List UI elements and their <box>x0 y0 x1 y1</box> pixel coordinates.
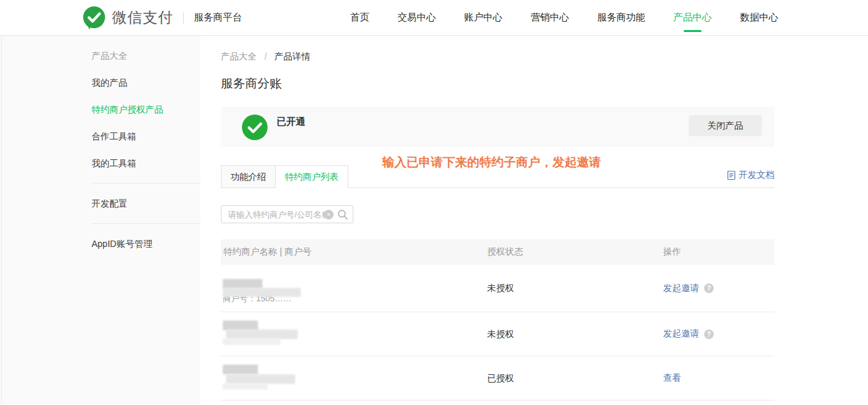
header-merchant-name: 特约商户名称 | 商户号 <box>221 246 487 258</box>
table-row: 未授权 发起邀请 ? <box>221 312 775 356</box>
sidebar-item-cooperation-toolbox[interactable]: 合作工具箱 <box>0 123 200 150</box>
nav-item-product-center[interactable]: 产品中心 <box>673 12 712 24</box>
submerchant-table: 特约商户名称 | 商户号 授权状态 操作 商户号：1505…… 未授权 发起邀请… <box>221 239 775 401</box>
auth-status: 未授权 <box>487 329 514 339</box>
header-operation: 操作 <box>663 246 775 258</box>
wechat-pay-logo-icon <box>82 6 106 30</box>
tab-zone: 输入已申请下来的特约子商户，发起邀请 功能介绍 特约商户列表 开发文档 <box>221 165 775 188</box>
check-circle-icon <box>242 115 268 140</box>
table-row: 商户号：1505…… 未授权 发起邀请 ? <box>221 265 775 312</box>
censored-name-block <box>226 374 295 384</box>
sidebar-item-product-catalog[interactable]: 产品大全 <box>0 42 200 69</box>
clear-search-icon[interactable]: × <box>324 210 334 219</box>
document-icon <box>727 170 735 180</box>
search-input[interactable] <box>221 206 329 223</box>
censored-name-block <box>223 383 268 390</box>
main-content: 产品大全 / 产品详情 服务商分账 已开通 关闭产品 输入已申请下来的特约子商户… <box>221 36 775 405</box>
censored-name-block <box>223 279 262 289</box>
sidebar-item-submerchant-authorized-products[interactable]: 特约商户授权产品 <box>0 96 200 123</box>
page-title: 服务商分账 <box>221 75 775 92</box>
view-link[interactable]: 查看 <box>663 372 681 384</box>
header-auth-status: 授权状态 <box>487 246 663 258</box>
breadcrumb-parent[interactable]: 产品大全 <box>221 51 257 61</box>
sidebar-divider <box>92 183 200 184</box>
dev-doc-link-label: 开发文档 <box>739 170 775 181</box>
censored-name-block <box>223 321 258 330</box>
search-icon[interactable] <box>337 209 348 220</box>
dev-doc-link[interactable]: 开发文档 <box>727 170 775 181</box>
table-header-row: 特约商户名称 | 商户号 授权状态 操作 <box>221 239 775 265</box>
platform-label: 服务商平台 <box>194 12 242 24</box>
nav-item-data-center[interactable]: 数据中心 <box>740 12 778 24</box>
merchant-name-cell: 商户号：1505…… <box>221 265 487 312</box>
send-invite-link[interactable]: 发起邀请 <box>663 328 699 340</box>
sidebar-item-my-toolbox[interactable]: 我的工具箱 <box>0 150 200 177</box>
sidebar-item-appid-management[interactable]: AppID账号管理 <box>0 230 200 257</box>
send-invite-link[interactable]: 发起邀请 <box>663 283 699 294</box>
breadcrumb-current: 产品详情 <box>275 51 310 61</box>
close-product-button[interactable]: 关闭产品 <box>689 115 762 136</box>
sidebar-item-dev-config[interactable]: 开发配置 <box>0 190 200 217</box>
table-row: 已授权 查看 <box>221 356 775 401</box>
censored-name-block <box>223 338 280 345</box>
sidebar: 产品大全 我的产品 特约商户授权产品 合作工具箱 我的工具箱 开发配置 AppI… <box>0 36 200 405</box>
search-box: × <box>221 205 353 223</box>
top-navigation: 首页 交易中心 账户中心 营销中心 服务商功能 产品中心 数据中心 <box>350 12 778 24</box>
merchant-name-cell <box>221 356 487 400</box>
help-icon[interactable]: ? <box>704 283 714 293</box>
page-body: 产品大全 我的产品 特约商户授权产品 合作工具箱 我的工具箱 开发配置 AppI… <box>0 36 868 405</box>
tab-feature-intro[interactable]: 功能介绍 <box>221 165 276 187</box>
censored-name-block <box>226 330 298 339</box>
logo-wordmark: 微信支付 <box>112 8 173 28</box>
status-banner: 已开通 关闭产品 <box>221 107 775 147</box>
nav-item-marketing-center[interactable]: 营销中心 <box>531 12 569 24</box>
sidebar-item-my-products[interactable]: 我的产品 <box>0 69 200 96</box>
top-header: 微信支付 服务商平台 首页 交易中心 账户中心 营销中心 服务商功能 产品中心 … <box>0 0 868 36</box>
wechat-pay-logo[interactable]: 微信支付 <box>82 6 173 30</box>
auth-status: 未授权 <box>487 283 514 293</box>
breadcrumb-separator: / <box>264 51 267 61</box>
sidebar-divider <box>92 223 200 224</box>
breadcrumb: 产品大全 / 产品详情 <box>221 51 775 61</box>
nav-item-home[interactable]: 首页 <box>350 12 369 24</box>
censored-name-block <box>223 365 258 374</box>
auth-status: 已授权 <box>487 373 514 383</box>
tab-bar: 功能介绍 特约商户列表 开发文档 <box>221 165 775 188</box>
help-icon[interactable]: ? <box>704 330 714 339</box>
left-edge-line <box>1 36 2 405</box>
tab-submerchant-list[interactable]: 特约商户列表 <box>276 165 348 188</box>
brand-divider <box>183 12 184 24</box>
nav-item-transaction-center[interactable]: 交易中心 <box>398 12 436 24</box>
nav-item-provider-functions[interactable]: 服务商功能 <box>597 12 645 24</box>
censored-name-block <box>223 288 301 297</box>
nav-item-account-center[interactable]: 账户中心 <box>464 12 502 24</box>
merchant-name-cell <box>221 312 487 356</box>
status-text: 已开通 <box>277 116 305 128</box>
